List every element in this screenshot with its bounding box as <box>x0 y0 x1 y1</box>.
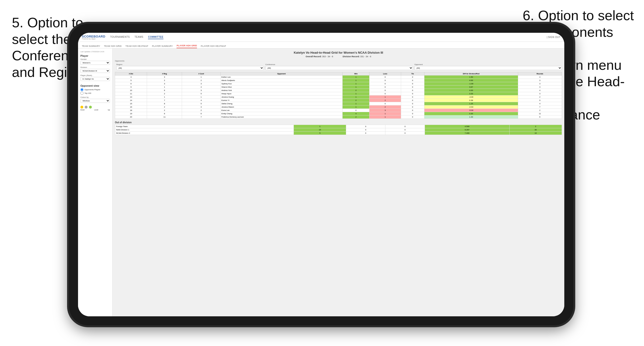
player-section-title: Player <box>80 54 110 57</box>
table-row: 5 2 2 Alexis Sudjianto 1 0 0 4.00 3 <box>115 79 562 82</box>
grid-records: Overall Record: 353 - 34 - 6 Division Re… <box>115 55 562 58</box>
nav-right: | Sign out <box>547 36 560 38</box>
col-conf: # Conf <box>182 72 220 76</box>
colour-by-label: Colour by <box>80 96 110 98</box>
grid-main-title: Katelyn Vo Head-to-Head Grid for Women's… <box>115 51 562 54</box>
division-record: Division Record: 331 - 34 - 6 <box>342 55 371 58</box>
division-label: Division <box>80 66 110 68</box>
table-row: 18 2 2 Euna Lee 0 3 0 -5.00 2 <box>115 109 562 112</box>
grid-title-bar: Katelyn Vo Head-to-Head Grid for Women's… <box>115 51 562 54</box>
colour-legend-labels: Down Level Up <box>80 109 110 111</box>
division-select[interactable]: NCAA Division III <box>80 69 110 73</box>
col-tie: Tie <box>401 72 424 76</box>
last-updated: Last Updated: 27/03/2024 14:04 <box>80 51 110 52</box>
table-row: 14 7 4 Eunice Yi 2 2 0 0.38 9 <box>115 99 562 102</box>
region-filter-group: Region (All) <box>116 63 264 70</box>
col-rounds: Rounds <box>518 72 562 76</box>
col-loss: Loss <box>370 72 401 76</box>
player-rank-select[interactable]: 8. Katelyn Vo <box>80 77 110 81</box>
sub-nav-player-summary[interactable]: PLAYER SUMMARY <box>152 45 173 48</box>
region-filter-label: Region <box>116 63 264 66</box>
table-row: 16 2 3 Jessica Mason 1 2 0 -0.94 7 <box>115 105 562 109</box>
overall-record: Overall Record: 353 - 34 - 6 <box>306 55 333 58</box>
sub-nav-team-summary[interactable]: TEAM SUMMARY <box>82 45 100 48</box>
opponent-filter-select[interactable]: (All) <box>414 66 562 70</box>
tablet-frame: SCOREBOARD Powered by clippd TOURNAMENTS… <box>69 24 573 325</box>
sub-nav-team-h2h-grid[interactable]: TEAM H2H GRID <box>104 45 122 48</box>
nav-committee[interactable]: COMMITTEE <box>148 35 164 39</box>
list-item: NAIA Division 1 15 0 0 9.267 30 <box>115 128 562 132</box>
table-row: 20 11 7 Federica Domecq Lacroze 2 1 0 1.… <box>115 115 562 119</box>
table-row: 11 2 5 Heejo Hyun 1 0 0 3.33 3 <box>115 92 562 95</box>
region-filter-select[interactable]: (All) <box>116 66 264 70</box>
nav-bar: SCOREBOARD Powered by clippd TOURNAMENTS… <box>78 33 564 42</box>
sidebar: Last Updated: 27/03/2024 14:04 Player Ge… <box>78 48 112 316</box>
conference-filter-select[interactable]: (All) <box>265 66 413 70</box>
opponent-filter-group: Opponent (All) <box>414 63 562 70</box>
opponent-filter-label: Opponent <box>414 63 562 66</box>
table-row: 6 3 3 Sydney Kuo 1 0 0 -1.00 3 <box>115 82 562 85</box>
screen-content: SCOREBOARD Powered by clippd TOURNAMENTS… <box>78 33 564 316</box>
gender-label: Gender <box>80 58 110 60</box>
colour-by-select[interactable]: Win/loss <box>80 99 110 103</box>
sign-out-link[interactable]: Sign out <box>548 35 560 39</box>
colour-legend <box>80 106 110 109</box>
col-div: # Div <box>115 72 147 76</box>
colour-dot-level <box>85 106 88 109</box>
logo-area: SCOREBOARD Powered by clippd <box>82 35 106 40</box>
col-reg: # Reg <box>147 72 182 76</box>
col-win: Win <box>342 72 370 76</box>
table-row: 15 8 5 Stella Cheng 1 0 0 1.25 4 <box>115 102 562 105</box>
tablet-screen: SCOREBOARD Powered by clippd TOURNAMENTS… <box>78 33 564 316</box>
out-of-division-title: Out of division <box>115 121 562 124</box>
conference-filter-group: Conference (All) <box>265 63 413 70</box>
sub-nav-player-h2h-heatmap[interactable]: PLAYER H2H HEATMAP <box>201 45 226 48</box>
data-table: # Div # Reg # Conf Opponent Win Loss Tie… <box>115 72 562 119</box>
table-row: 9 1 4 Sharon Mun 1 0 0 3.67 3 <box>115 85 562 89</box>
table-row: 10 6 3 Andrea York 2 0 0 4.00 4 <box>115 89 562 92</box>
filter-row: Opponents: <box>115 59 562 62</box>
player-rank-label: Player (Rank) <box>80 74 110 76</box>
nav-separator: | <box>547 36 548 38</box>
col-diff: Diff Av Strokes/Rnd <box>424 72 518 76</box>
table-row: 3 3 1 Esther Lee 1 0 0 1.50 4 <box>115 76 562 79</box>
nav-items: TOURNAMENTS TEAMS COMMITTEE <box>110 35 542 39</box>
list-item: Foreign Team 1 0 0 4.500 2 <box>115 125 562 128</box>
gender-select[interactable]: Women's <box>80 61 110 65</box>
colour-dot-down <box>80 106 83 109</box>
opponent-view-title: Opponent view <box>80 84 110 87</box>
logo-text: SCOREBOARD <box>82 35 106 38</box>
conference-filter-label: Conference <box>265 63 413 66</box>
col-opponent: Opponent <box>220 72 342 76</box>
opponents-label-cell: Opponents: <box>115 59 263 62</box>
out-of-division-table: Foreign Team 1 0 0 4.500 2 NAIA Division… <box>115 125 562 135</box>
nav-teams[interactable]: TEAMS <box>134 35 143 39</box>
colour-dot-up <box>89 106 92 109</box>
sub-nav-player-h2h-grid[interactable]: PLAYER H2H GRID <box>176 44 197 48</box>
list-item: NCAA Division 2 5 0 0 7.400 10 <box>115 132 562 135</box>
table-row: 19 6 6 Emily Chang 4 1 0 0.30 11 <box>115 112 562 115</box>
table-row: 13 1 1 Jessica Huang 1 1 0 -3.00 2 <box>115 95 562 99</box>
nav-tournaments[interactable]: TOURNAMENTS <box>110 35 130 39</box>
sub-nav: TEAM SUMMARY TEAM H2H GRID TEAM H2H HEAT… <box>78 42 564 48</box>
sub-nav-team-h2h-heatmap[interactable]: TEAM H2H HEATMAP <box>125 45 148 48</box>
logo-sub: Powered by clippd <box>82 38 106 40</box>
main-content: Last Updated: 27/03/2024 14:04 Player Ge… <box>78 48 564 316</box>
opponents-played-radio[interactable]: Opponents Played <box>80 88 110 91</box>
grid-area: Katelyn Vo Head-to-Head Grid for Women's… <box>112 48 564 316</box>
top-100-radio[interactable]: Top 100 <box>80 92 110 95</box>
opponent-view-group: Opponents Played Top 100 <box>80 88 110 95</box>
